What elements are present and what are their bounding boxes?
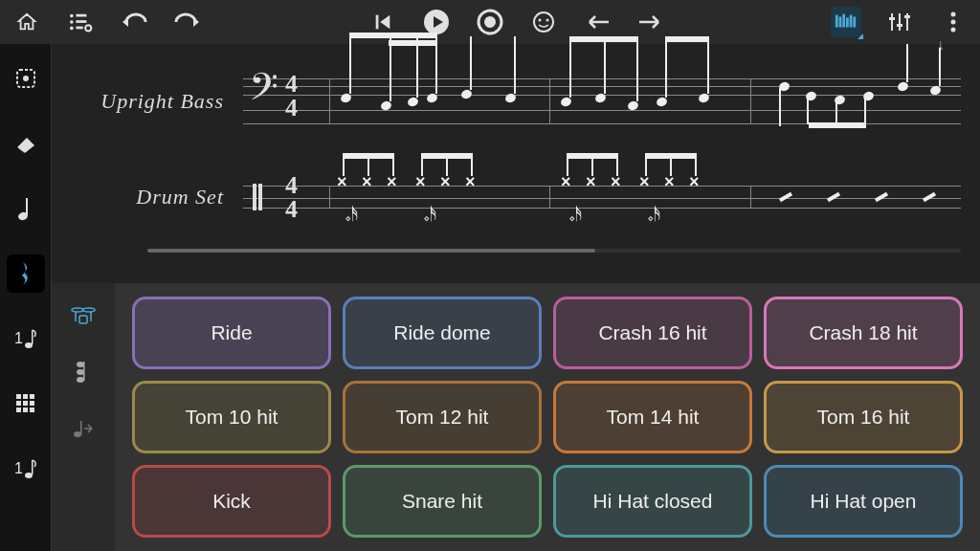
home-icon[interactable] bbox=[11, 7, 42, 37]
svg-rect-58 bbox=[80, 421, 82, 435]
pad-area: RideRide domeCrash 16 hitCrash 18 hitTom… bbox=[52, 283, 980, 551]
drumkit-view-icon[interactable] bbox=[64, 295, 102, 333]
duration-2-button[interactable]: 1 bbox=[7, 450, 45, 488]
pad-ride[interactable]: Ride bbox=[132, 297, 331, 369]
pad-grid: RideRide domeCrash 16 hitCrash 18 hitTom… bbox=[115, 283, 980, 551]
bass-clef-icon: 𝄢 bbox=[249, 69, 278, 115]
svg-rect-25 bbox=[889, 17, 895, 20]
svg-rect-43 bbox=[16, 408, 21, 412]
score-area[interactable]: Upright Bass 𝄢 44 bbox=[52, 44, 980, 283]
svg-rect-5 bbox=[76, 27, 82, 30]
rest-tool-icon[interactable] bbox=[7, 254, 45, 293]
pad-hi-hat-open[interactable]: Hi Hat open bbox=[764, 465, 963, 538]
track-label-drums: Drum Set bbox=[52, 185, 243, 209]
svg-rect-34 bbox=[26, 198, 28, 215]
pad-crash-18-hit[interactable]: Crash 18 hit bbox=[764, 297, 963, 369]
svg-point-29 bbox=[951, 20, 956, 25]
pad-snare-hit[interactable]: Snare hit bbox=[343, 465, 542, 538]
svg-point-57 bbox=[74, 431, 81, 437]
grid-tool-icon[interactable] bbox=[7, 385, 45, 423]
svg-rect-37 bbox=[16, 394, 21, 399]
svg-point-32 bbox=[23, 76, 29, 81]
svg-rect-45 bbox=[30, 408, 34, 412]
svg-point-4 bbox=[70, 27, 74, 31]
staff-drums[interactable]: 44 × × × 𝆹𝅥𝅯 × × × 𝆹𝅥𝅯 bbox=[243, 159, 961, 235]
svg-point-15 bbox=[546, 19, 549, 22]
svg-rect-40 bbox=[16, 401, 21, 406]
mixer-icon[interactable] bbox=[884, 7, 915, 37]
pad-crash-16-hit[interactable]: Crash 16 hit bbox=[553, 297, 752, 369]
svg-point-55 bbox=[77, 362, 84, 367]
svg-point-53 bbox=[77, 377, 84, 383]
arrow-right-icon[interactable] bbox=[635, 7, 666, 37]
svg-point-30 bbox=[951, 28, 956, 33]
select-tool-icon[interactable] bbox=[7, 59, 45, 98]
svg-rect-42 bbox=[30, 401, 34, 406]
pad-tom-10-hit[interactable]: Tom 10 hit bbox=[132, 381, 331, 453]
duration-2-label: 1 bbox=[14, 460, 23, 477]
svg-rect-19 bbox=[846, 17, 849, 27]
svg-point-46 bbox=[25, 473, 33, 478]
svg-rect-3 bbox=[76, 20, 86, 23]
more-icon[interactable] bbox=[938, 7, 969, 37]
list-add-icon[interactable] bbox=[65, 7, 96, 37]
svg-point-13 bbox=[534, 12, 553, 32]
svg-point-49 bbox=[83, 308, 95, 312]
svg-rect-47 bbox=[32, 460, 33, 474]
instrument-view-icon[interactable] bbox=[831, 7, 861, 37]
duration-1-label: 1 bbox=[14, 330, 23, 347]
svg-rect-1 bbox=[76, 14, 86, 17]
staff-bass[interactable]: 𝄢 44 bbox=[243, 63, 961, 140]
svg-rect-41 bbox=[23, 401, 28, 406]
svg-rect-23 bbox=[899, 13, 901, 31]
svg-point-0 bbox=[70, 14, 74, 18]
svg-point-12 bbox=[484, 16, 496, 28]
svg-rect-26 bbox=[897, 24, 902, 27]
redo-icon[interactable] bbox=[172, 7, 203, 37]
pad-ride-dome[interactable]: Ride dome bbox=[343, 297, 542, 369]
undo-icon[interactable] bbox=[119, 7, 149, 37]
next-kit-icon[interactable] bbox=[64, 409, 102, 448]
arrow-left-icon[interactable] bbox=[582, 7, 612, 37]
svg-rect-27 bbox=[904, 15, 910, 18]
pad-tom-16-hit[interactable]: Tom 16 hit bbox=[764, 381, 963, 453]
pad-tom-12-hit[interactable]: Tom 12 hit bbox=[343, 381, 542, 453]
pad-kick[interactable]: Kick bbox=[132, 465, 331, 538]
score-scroll-thumb[interactable] bbox=[147, 249, 595, 253]
track-bass: Upright Bass 𝄢 44 bbox=[52, 54, 980, 149]
svg-rect-20 bbox=[850, 15, 853, 28]
record-icon[interactable] bbox=[475, 7, 505, 37]
svg-rect-17 bbox=[839, 16, 842, 27]
svg-rect-16 bbox=[835, 15, 838, 28]
svg-point-54 bbox=[77, 369, 84, 375]
svg-rect-8 bbox=[86, 27, 90, 30]
track-label-bass: Upright Bass bbox=[52, 89, 243, 114]
note-tool-icon[interactable] bbox=[7, 189, 45, 228]
eraser-tool-icon[interactable] bbox=[7, 124, 45, 163]
svg-rect-39 bbox=[30, 394, 34, 399]
pad-tom-14-hit[interactable]: Tom 14 hit bbox=[553, 381, 752, 453]
timesig-bass: 44 bbox=[285, 73, 298, 120]
svg-point-28 bbox=[951, 12, 956, 17]
svg-point-14 bbox=[539, 19, 542, 22]
metronome-icon[interactable] bbox=[528, 7, 559, 37]
chord-view-icon[interactable] bbox=[64, 352, 102, 390]
pad-sidebar bbox=[52, 283, 115, 551]
svg-point-35 bbox=[25, 342, 33, 348]
duration-1-button[interactable]: 1 bbox=[7, 320, 45, 358]
svg-rect-36 bbox=[32, 330, 33, 344]
svg-point-48 bbox=[72, 308, 83, 312]
score-scrollbar[interactable] bbox=[147, 249, 961, 253]
svg-rect-22 bbox=[891, 13, 893, 31]
svg-rect-21 bbox=[853, 16, 856, 27]
svg-rect-18 bbox=[842, 14, 845, 28]
svg-rect-9 bbox=[376, 15, 379, 30]
svg-rect-38 bbox=[23, 394, 28, 399]
topbar bbox=[0, 0, 980, 44]
svg-rect-44 bbox=[23, 408, 28, 412]
pad-hi-hat-closed[interactable]: Hi Hat closed bbox=[553, 465, 752, 538]
svg-rect-56 bbox=[83, 362, 85, 381]
tool-sidebar: 1 1 bbox=[0, 44, 52, 551]
perc-clef-icon bbox=[253, 184, 262, 210]
svg-rect-50 bbox=[79, 316, 87, 323]
